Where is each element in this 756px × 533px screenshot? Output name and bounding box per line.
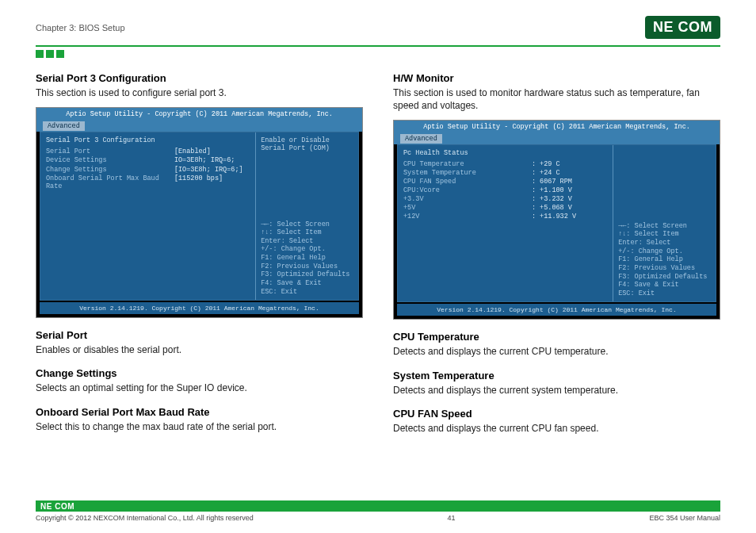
brand-logo: NE COM xyxy=(645,16,720,39)
bios-k: Change Settings xyxy=(46,166,174,174)
bios-v: : 6067 RPM xyxy=(532,178,607,186)
bios-help-line: Enter: Select xyxy=(261,237,353,246)
bios-v: [Enabled] xyxy=(174,148,250,155)
bios-panel-title: Serial Port 3 Configuration xyxy=(46,136,250,144)
footer-copyright: Copyright © 2012 NEXCOM International Co… xyxy=(36,514,254,522)
bios-v: [115200 bps] xyxy=(174,174,250,190)
bios-k: Onboard Serial Port Max Baud Rate xyxy=(46,174,174,190)
right-sub3-body: Detects and displays the current CPU fan… xyxy=(393,422,720,435)
chapter-label: Chapter 3: BIOS Setup xyxy=(36,23,125,33)
bios-footer: Version 2.14.1219. Copyright (C) 2011 Am… xyxy=(397,304,716,316)
bios-title-bar: Aptio Setup Utility - Copyright (C) 2011… xyxy=(394,121,720,133)
right-sub1-body: Detects and displays the current CPU tem… xyxy=(393,345,720,358)
bios-help-line: F3: Optimized Defaults xyxy=(261,270,353,279)
left-sub3-body: Select this to change the max baud rate … xyxy=(36,420,363,433)
footer-page-number: 41 xyxy=(448,514,456,522)
bios-help-line: +/-: Change Opt. xyxy=(618,247,711,256)
bios-help-line: ESC: Exit xyxy=(618,290,711,298)
bios-help-line: →←: Select Screen xyxy=(618,222,711,231)
footer-manual: EBC 354 User Manual xyxy=(649,514,720,522)
bios-k: Serial Port xyxy=(46,148,174,155)
bios-help-line: F4: Save & Exit xyxy=(261,279,353,288)
bios-help-line: F1: General Help xyxy=(618,255,711,264)
footer-bar: NE COM xyxy=(36,500,720,512)
bios-panel-title: Pc Health Status xyxy=(403,149,607,157)
bios-help-line: F1: General Help xyxy=(261,254,353,263)
left-sub2-title: Change Settings xyxy=(36,367,363,379)
bios-v: : +1.100 V xyxy=(532,186,607,194)
bios-k: Device Settings xyxy=(46,156,174,164)
bios-help-line: ↑↓: Select Item xyxy=(618,230,711,239)
bios-help-line: Enter: Select xyxy=(618,239,711,247)
left-column: Serial Port 3 Configuration This section… xyxy=(36,72,363,435)
bios-screenshot-right: Aptio Setup Utility - Copyright (C) 2011… xyxy=(393,120,720,320)
bios-tab-advanced: Advanced xyxy=(43,121,85,131)
bios-help-desc: Enable or Disable Serial Port (COM) xyxy=(261,136,353,152)
left-section-body: This section is used to configure serial… xyxy=(36,86,363,99)
bios-v: IO=3E8h; IRQ=6; xyxy=(174,156,250,164)
bios-help-keys: →←: Select Screen ↑↓: Select Item Enter:… xyxy=(618,222,711,298)
header-rule xyxy=(36,45,720,47)
bios-help-line: ↑↓: Select Item xyxy=(261,228,353,237)
bios-tab-row: Advanced xyxy=(394,133,720,144)
bios-tab-row: Advanced xyxy=(36,121,362,132)
bios-k: CPU:Vcore xyxy=(403,186,532,194)
bios-v: : +29 C xyxy=(532,160,607,168)
bios-k: +5V xyxy=(403,204,532,212)
bios-tab-advanced: Advanced xyxy=(400,134,442,144)
bios-k: CPU FAN Speed xyxy=(403,178,532,186)
right-sub2-body: Detects and displays the current system … xyxy=(393,384,720,397)
right-sub1-title: CPU Temperature xyxy=(393,331,720,343)
bios-v: : +24 C xyxy=(532,169,607,177)
bios-footer: Version 2.14.1219. Copyright (C) 2011 Am… xyxy=(40,302,359,314)
right-sub3-title: CPU FAN Speed xyxy=(393,408,720,420)
bios-title-bar: Aptio Setup Utility - Copyright (C) 2011… xyxy=(36,108,362,121)
bios-k: CPU Temperature xyxy=(403,160,532,168)
bios-v: : +3.232 V xyxy=(532,195,607,203)
right-sub2-title: System Temperature xyxy=(393,370,720,382)
bios-help-line: →←: Select Screen xyxy=(261,220,353,229)
bios-k: +12V xyxy=(403,213,532,220)
bios-help-line: F2: Previous Values xyxy=(618,264,711,273)
footer-logo: NE COM xyxy=(40,502,74,511)
right-column: H/W Monitor This section is used to moni… xyxy=(393,72,720,435)
bios-v: : +11.932 V xyxy=(532,213,607,220)
bios-help-line: F2: Previous Values xyxy=(261,263,353,271)
bios-k: System Temperature xyxy=(403,169,532,177)
left-sub2-body: Selects an optimal setting for the Super… xyxy=(36,382,363,394)
left-sub3-title: Onboard Serial Port Max Baud Rate xyxy=(36,406,363,418)
left-sub1-body: Enables or disables the serial port. xyxy=(36,343,363,356)
bios-help-line: F4: Save & Exit xyxy=(618,281,711,290)
bios-help-keys: →←: Select Screen ↑↓: Select Item Enter:… xyxy=(261,220,353,297)
bios-v: [IO=3E8h; IRQ=6;] xyxy=(174,166,250,174)
bios-help-line: ESC: Exit xyxy=(261,288,353,297)
bios-help-line: +/-: Change Opt. xyxy=(261,245,353,254)
bios-screenshot-left: Aptio Setup Utility - Copyright (C) 2011… xyxy=(36,107,363,318)
bios-k: +3.3V xyxy=(403,195,532,203)
left-section-title: Serial Port 3 Configuration xyxy=(36,72,363,84)
left-sub1-title: Serial Port xyxy=(36,329,363,341)
right-section-body: This section is used to monitor hardware… xyxy=(393,86,720,112)
header-squares xyxy=(36,50,720,58)
bios-help-line: F3: Optimized Defaults xyxy=(618,273,711,282)
right-section-title: H/W Monitor xyxy=(393,72,720,84)
bios-v: : +5.068 V xyxy=(532,204,607,212)
